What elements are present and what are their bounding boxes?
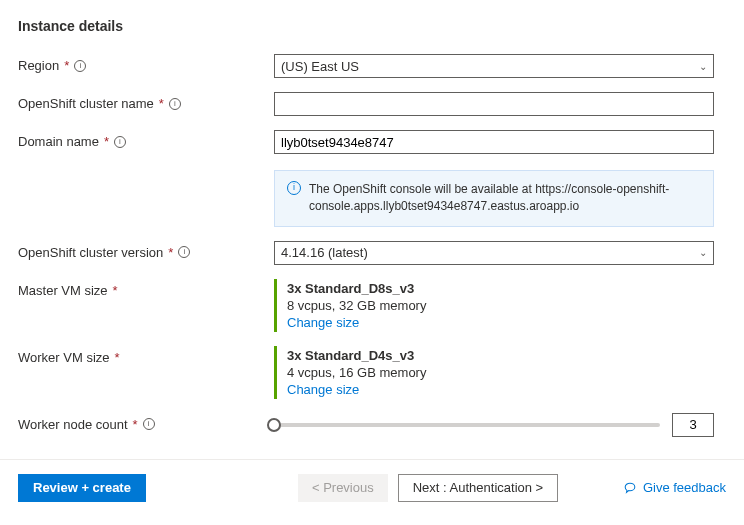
info-icon: i xyxy=(287,181,301,195)
info-callout-text: The OpenShift console will be available … xyxy=(309,181,701,216)
master-vm-block: 3x Standard_D8s_v3 8 vcpus, 32 GB memory… xyxy=(274,279,714,332)
info-callout: i The OpenShift console will be availabl… xyxy=(274,170,714,227)
region-select[interactable]: (US) East US ⌄ xyxy=(274,54,714,78)
domain-name-input[interactable] xyxy=(274,130,714,154)
master-vm-change-link[interactable]: Change size xyxy=(287,315,359,330)
region-value: (US) East US xyxy=(281,59,359,74)
worker-vm-change-link[interactable]: Change size xyxy=(287,382,359,397)
required-asterisk: * xyxy=(168,245,173,260)
worker-count-input[interactable] xyxy=(672,413,714,437)
required-asterisk: * xyxy=(104,134,109,149)
previous-button: < Previous xyxy=(298,474,388,502)
footer: Review + create < Previous Next : Authen… xyxy=(18,460,726,518)
info-icon[interactable]: i xyxy=(169,98,181,110)
required-asterisk: * xyxy=(64,58,69,73)
info-icon[interactable]: i xyxy=(114,136,126,148)
section-title: Instance details xyxy=(18,18,726,34)
row-master-vm: Master VM size * 3x Standard_D8s_v3 8 vc… xyxy=(18,279,726,332)
row-domain-name: Domain name * i xyxy=(18,130,726,154)
row-cluster-version: OpenShift cluster version * i 4.14.16 (l… xyxy=(18,241,726,265)
row-worker-vm: Worker VM size * 3x Standard_D4s_v3 4 vc… xyxy=(18,346,726,399)
label-master-vm: Master VM size xyxy=(18,283,108,298)
chevron-down-icon: ⌄ xyxy=(699,247,707,258)
feedback-label: Give feedback xyxy=(643,480,726,495)
worker-vm-block: 3x Standard_D4s_v3 4 vcpus, 16 GB memory… xyxy=(274,346,714,399)
row-worker-count: Worker node count * i xyxy=(18,413,726,437)
review-create-button[interactable]: Review + create xyxy=(18,474,146,502)
label-cluster-name: OpenShift cluster name xyxy=(18,96,154,111)
worker-vm-spec: 4 vcpus, 16 GB memory xyxy=(287,365,714,380)
info-icon[interactable]: i xyxy=(178,246,190,258)
label-worker-count: Worker node count xyxy=(18,417,128,432)
slider-thumb[interactable] xyxy=(267,418,281,432)
row-info-callout: i The OpenShift console will be availabl… xyxy=(18,168,726,227)
master-vm-title: 3x Standard_D8s_v3 xyxy=(287,281,714,296)
master-vm-spec: 8 vcpus, 32 GB memory xyxy=(287,298,714,313)
label-worker-vm: Worker VM size xyxy=(18,350,110,365)
cluster-name-input[interactable] xyxy=(274,92,714,116)
worker-vm-title: 3x Standard_D4s_v3 xyxy=(287,348,714,363)
required-asterisk: * xyxy=(113,283,118,298)
chevron-down-icon: ⌄ xyxy=(699,61,707,72)
info-icon[interactable]: i xyxy=(74,60,86,72)
required-asterisk: * xyxy=(115,350,120,365)
cluster-version-select[interactable]: 4.14.16 (latest) ⌄ xyxy=(274,241,714,265)
row-cluster-name: OpenShift cluster name * i xyxy=(18,92,726,116)
give-feedback-link[interactable]: Give feedback xyxy=(623,480,726,495)
info-icon[interactable]: i xyxy=(143,418,155,430)
required-asterisk: * xyxy=(133,417,138,432)
worker-count-slider[interactable] xyxy=(274,423,660,427)
label-cluster-version: OpenShift cluster version xyxy=(18,245,163,260)
label-region: Region xyxy=(18,58,59,73)
required-asterisk: * xyxy=(159,96,164,111)
cluster-version-value: 4.14.16 (latest) xyxy=(281,245,368,260)
feedback-icon xyxy=(623,481,637,495)
row-region: Region * i (US) East US ⌄ xyxy=(18,54,726,78)
next-button[interactable]: Next : Authentication > xyxy=(398,474,558,502)
label-domain-name: Domain name xyxy=(18,134,99,149)
